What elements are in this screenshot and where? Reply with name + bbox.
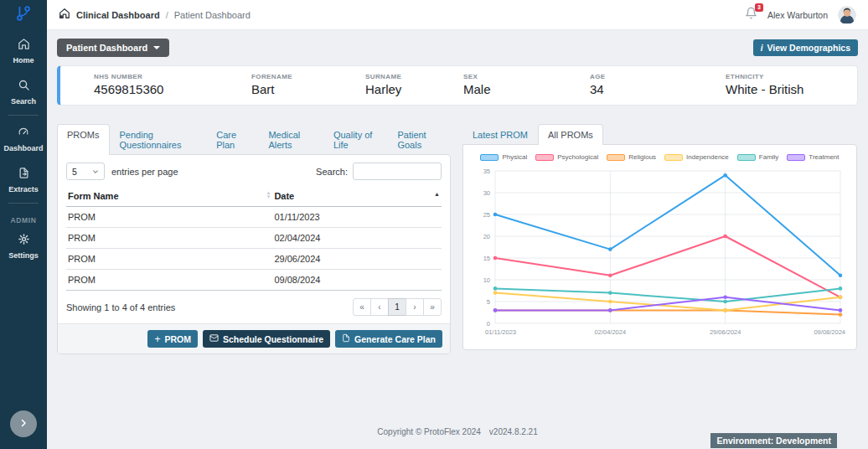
view-demographics-button[interactable]: i View Demographics bbox=[753, 39, 858, 56]
patient-field-age: AGE 34 bbox=[590, 73, 726, 96]
sidebar-item-search[interactable]: Search bbox=[0, 71, 47, 112]
svg-text:09/08/2024: 09/08/2024 bbox=[814, 328, 845, 336]
proms-panel: PROMs Pending Questionnaires Care Plan M… bbox=[57, 124, 451, 354]
tab-pending-questionnaires[interactable]: Pending Questionnaires bbox=[110, 124, 207, 155]
search-input[interactable] bbox=[353, 163, 442, 180]
svg-text:5: 5 bbox=[487, 298, 490, 306]
table-summary: Showing 1 to 4 of 4 entries bbox=[66, 302, 175, 312]
legend-swatch bbox=[737, 154, 756, 161]
all-proms-chart-card: Physical Psychological Religious Indepen… bbox=[462, 144, 857, 350]
tab-care-plan[interactable]: Care Plan bbox=[206, 124, 258, 155]
prom-chart-panel: Latest PROM All PROMs Physical Psycholog… bbox=[462, 124, 857, 350]
patient-field-forename: FORENAME Bart bbox=[251, 73, 365, 96]
breadcrumb-home-icon bbox=[59, 8, 70, 23]
copyright-text: Copyright © ProtoFlex 2024 bbox=[377, 427, 481, 436]
tab-latest-prom[interactable]: Latest PROM bbox=[462, 124, 538, 145]
proms-tab-bar: PROMs Pending Questionnaires Care Plan M… bbox=[57, 124, 451, 154]
sidebar-divider bbox=[8, 203, 39, 204]
breadcrumb-root-link[interactable]: Clinical Dashboard bbox=[76, 10, 160, 20]
legend-item-psychological[interactable]: Psychological bbox=[535, 153, 598, 161]
tab-patient-goals[interactable]: Patient Goals bbox=[387, 124, 451, 155]
generate-care-plan-button[interactable]: Generate Care Plan bbox=[335, 330, 442, 348]
plus-icon: + bbox=[154, 334, 160, 344]
breadcrumb-separator: / bbox=[166, 10, 168, 20]
entries-per-page-select[interactable]: 5 bbox=[66, 163, 105, 180]
sidebar-item-home[interactable]: Home bbox=[0, 30, 47, 71]
svg-text:01/11/2023: 01/11/2023 bbox=[485, 328, 516, 336]
proms-card: 5 entries per page Search: bbox=[57, 154, 451, 354]
chevron-down-icon bbox=[92, 167, 99, 177]
svg-text:02/04/2024: 02/04/2024 bbox=[595, 328, 627, 336]
chevron-right-icon bbox=[18, 418, 28, 431]
table-row[interactable]: PROM 29/06/2024 bbox=[66, 249, 442, 270]
column-header-form-name[interactable]: ▲▼ Form Name bbox=[66, 187, 272, 207]
notification-count-badge: 3 bbox=[755, 3, 763, 12]
svg-text:15: 15 bbox=[483, 255, 490, 262]
column-header-date[interactable]: ▲ Date bbox=[272, 187, 442, 207]
pagination-last-button[interactable]: » bbox=[423, 298, 442, 316]
proms-table: ▲▼ Form Name ▲ Date PROM 01/11/ bbox=[66, 187, 442, 291]
version-text: v2024.8.2.21 bbox=[489, 427, 538, 436]
entries-per-page-label: entries per page bbox=[111, 167, 178, 177]
info-icon: i bbox=[761, 44, 763, 53]
sidebar-item-settings[interactable]: Settings bbox=[0, 225, 47, 266]
legend-item-physical[interactable]: Physical bbox=[480, 153, 527, 161]
search-icon bbox=[18, 79, 30, 95]
legend-item-religious[interactable]: Religious bbox=[607, 153, 656, 161]
sort-ascending-icon: ▲ bbox=[434, 191, 440, 197]
dashboard-icon bbox=[17, 126, 30, 142]
patient-field-sex: SEX Male bbox=[463, 73, 590, 96]
chart-legend: Physical Psychological Religious Indepen… bbox=[472, 153, 848, 161]
dashboard-switcher-button[interactable]: Patient Dashboard bbox=[57, 39, 169, 57]
envelope-icon bbox=[209, 333, 219, 344]
legend-item-treatment[interactable]: Treatment bbox=[787, 153, 839, 161]
svg-text:10: 10 bbox=[483, 276, 490, 284]
patient-field-nhs-number: NHS NUMBER 4569815360 bbox=[94, 73, 251, 96]
svg-text:29/06/2024: 29/06/2024 bbox=[710, 328, 741, 336]
tab-medical-alerts[interactable]: Medical Alerts bbox=[258, 124, 323, 155]
notifications-button[interactable]: 3 bbox=[745, 7, 757, 23]
pagination: « ‹ 1 › » bbox=[353, 298, 442, 316]
legend-swatch bbox=[480, 154, 499, 161]
page-toolbar: Patient Dashboard i View Demographics bbox=[57, 39, 858, 57]
avatar[interactable] bbox=[838, 6, 856, 24]
tab-all-proms[interactable]: All PROMs bbox=[538, 124, 603, 145]
patient-summary-banner: NHS NUMBER 4569815360 FORENAME Bart SURN… bbox=[57, 65, 858, 106]
pagination-first-button[interactable]: « bbox=[353, 298, 371, 316]
pagination-prev-button[interactable]: ‹ bbox=[370, 298, 389, 316]
patient-field-ethnicity: ETHNICITY White - British bbox=[726, 73, 844, 96]
table-footer-row: Showing 1 to 4 of 4 entries « ‹ 1 › » bbox=[58, 291, 450, 323]
tab-proms[interactable]: PROMs bbox=[57, 124, 110, 155]
svg-text:20: 20 bbox=[483, 233, 490, 240]
pagination-page-1-button[interactable]: 1 bbox=[388, 298, 406, 316]
extracts-icon bbox=[18, 167, 30, 183]
sidebar-collapse-toggle[interactable] bbox=[10, 410, 37, 437]
legend-item-independence[interactable]: Independence bbox=[664, 153, 729, 161]
sidebar-item-extracts[interactable]: Extracts bbox=[0, 159, 47, 200]
sidebar: Home Search Dashboard Extracts ADMIN bbox=[0, 0, 47, 449]
prom-chart-tab-bar: Latest PROM All PROMs bbox=[462, 124, 857, 144]
topbar: Clinical Dashboard / Patient Dashboard 3… bbox=[47, 0, 868, 30]
sort-icon: ▲▼ bbox=[266, 191, 271, 199]
svg-text:25: 25 bbox=[483, 211, 490, 219]
svg-text:30: 30 bbox=[483, 189, 490, 197]
table-row[interactable]: PROM 09/08/2024 bbox=[66, 270, 442, 291]
sidebar-divider bbox=[8, 115, 39, 116]
user-name: Alex Warburton bbox=[767, 10, 828, 20]
legend-swatch bbox=[535, 154, 554, 161]
caret-down-icon bbox=[153, 46, 160, 49]
add-prom-button[interactable]: + PROM bbox=[147, 330, 198, 348]
breadcrumb-current: Patient Dashboard bbox=[174, 10, 251, 20]
actions-footer: + PROM Schedule Questionnaire Generate bbox=[58, 323, 450, 354]
pagination-next-button[interactable]: › bbox=[406, 298, 424, 316]
legend-item-family[interactable]: Family bbox=[737, 153, 779, 161]
table-row[interactable]: PROM 02/04/2024 bbox=[66, 228, 442, 249]
tab-quality-of-life[interactable]: Quality of Life bbox=[323, 124, 388, 155]
search-label: Search: bbox=[316, 167, 348, 177]
git-branch-logo-icon bbox=[14, 4, 33, 26]
svg-text:35: 35 bbox=[483, 168, 490, 175]
app-logo[interactable] bbox=[0, 0, 47, 30]
sidebar-item-dashboard[interactable]: Dashboard bbox=[0, 118, 47, 159]
schedule-questionnaire-button[interactable]: Schedule Questionnaire bbox=[203, 330, 330, 348]
table-row[interactable]: PROM 01/11/2023 bbox=[66, 207, 442, 228]
